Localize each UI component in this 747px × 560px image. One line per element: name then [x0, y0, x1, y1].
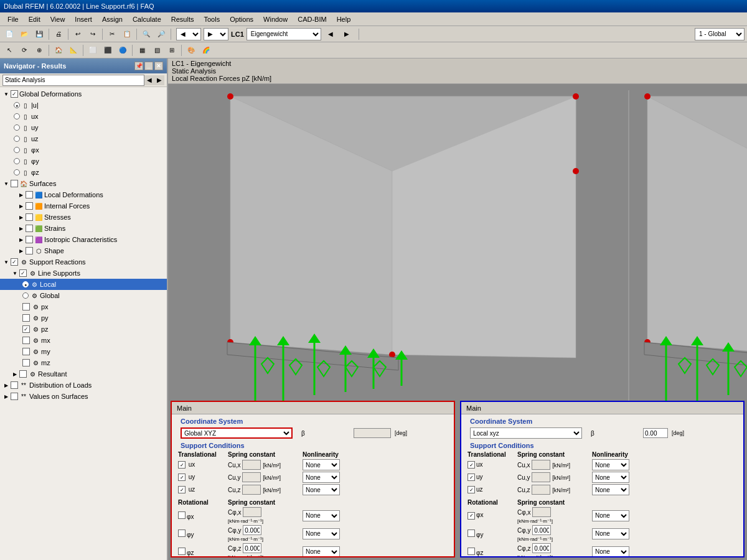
tree-pz[interactable]: ⚙ pz: [0, 324, 167, 335]
chk-ux-l[interactable]: [178, 461, 186, 469]
check-stresses[interactable]: [26, 213, 33, 221]
chk-phiy-r[interactable]: [467, 530, 475, 537]
panel-right-tab[interactable]: Main: [461, 402, 743, 414]
tree-dist-loads[interactable]: ▶ ** Distribution of Loads: [0, 380, 167, 391]
tree-resultant[interactable]: ▶ ⚙ Resultant: [0, 368, 167, 380]
r2-11[interactable]: ⊞: [165, 44, 179, 57]
chk-phiy-l[interactable]: [178, 530, 186, 537]
tree-line-supports[interactable]: ▼ ⚙ Line Supports: [0, 268, 167, 279]
lc-nav-prev[interactable]: ◀: [176, 28, 201, 40]
check-values-surfaces[interactable]: [11, 393, 18, 400]
expand-strains[interactable]: ▶: [17, 225, 25, 232]
sel-nonlin-ux-r[interactable]: None: [592, 459, 629, 470]
r2-4[interactable]: 🏠: [52, 44, 65, 57]
chk-uy-r[interactable]: [467, 474, 475, 481]
lc-nav-next[interactable]: ▶: [204, 28, 228, 40]
sel-nonlin-uz-r[interactable]: None: [592, 484, 629, 495]
expand-isotropic[interactable]: ▶: [17, 236, 25, 243]
lc-btn1[interactable]: ◀: [324, 27, 337, 41]
chk-phix-r[interactable]: [467, 512, 475, 520]
tree-mx[interactable]: ⚙ mx: [0, 335, 167, 346]
check-strains[interactable]: [26, 225, 33, 232]
menu-results[interactable]: Results: [166, 14, 199, 24]
sel-nonlin-uz-l[interactable]: None: [303, 484, 340, 495]
tree-internal-forces[interactable]: ▶ 🟧 Internal Forces: [0, 200, 167, 212]
tree-py[interactable]: ⚙ py: [0, 312, 167, 324]
view-dropdown[interactable]: 1 - Global: [695, 28, 745, 40]
input-cphiz-l[interactable]: [243, 543, 261, 553]
menu-options[interactable]: Options: [225, 14, 258, 24]
r2-8[interactable]: 🔵: [116, 44, 129, 57]
sel-nl-phiz-r[interactable]: None: [592, 546, 629, 558]
check-resultant[interactable]: [19, 370, 27, 378]
expand-values-surfaces[interactable]: ▶: [2, 393, 10, 400]
check-local-def[interactable]: [26, 191, 33, 198]
check-line-supports[interactable]: [19, 269, 27, 277]
sel-nl-phix-l[interactable]: None: [303, 510, 340, 521]
coord-sys-dropdown-right[interactable]: Local xyz: [470, 427, 582, 439]
sel-nonlin-uy-r[interactable]: None: [592, 472, 629, 483]
tb4[interactable]: ✂: [105, 27, 119, 41]
expand-dist-loads[interactable]: ▶: [2, 381, 10, 389]
tb5[interactable]: 📋: [120, 27, 134, 41]
check-py[interactable]: [22, 314, 30, 322]
menu-assign[interactable]: Assign: [97, 14, 128, 24]
radio-phiy[interactable]: [14, 158, 20, 164]
input-cuz-l[interactable]: [242, 485, 261, 495]
tree-surfaces[interactable]: ▼ 🏠 Surfaces: [0, 178, 167, 189]
r2-2[interactable]: ⟳: [17, 44, 31, 57]
check-pz[interactable]: [22, 325, 30, 333]
coord-sys-dropdown-left[interactable]: Global XYZ: [181, 427, 293, 439]
tree-mz[interactable]: ⚙ mz: [0, 357, 167, 368]
check-mz[interactable]: [22, 359, 30, 366]
undo-btn[interactable]: ↩: [71, 27, 85, 41]
tree-phiz[interactable]: ▯ φz: [0, 167, 167, 178]
radio-uy[interactable]: [14, 124, 20, 131]
r2-3[interactable]: ⊕: [32, 44, 46, 57]
check-global-def[interactable]: [11, 90, 18, 98]
expand-int-forces[interactable]: ▶: [17, 202, 25, 210]
tree-ux[interactable]: ▯ ux: [0, 111, 167, 122]
radio-phix[interactable]: [14, 147, 20, 153]
tree-global-deformations[interactable]: ▼ Global Deformations: [0, 88, 167, 100]
expand-local-def[interactable]: ▶: [17, 191, 25, 198]
input-cphiz-r[interactable]: [532, 543, 551, 553]
radio-uz[interactable]: [14, 136, 20, 142]
menu-insert[interactable]: Insert: [70, 14, 97, 24]
sel-nl-phiz-l[interactable]: None: [303, 546, 340, 558]
sel-nl-phiy-r[interactable]: None: [592, 528, 629, 539]
menu-tools[interactable]: Tools: [199, 14, 225, 24]
chk-uz-l[interactable]: [178, 486, 186, 493]
input-cuz-r[interactable]: [532, 485, 550, 495]
expand-support-reactions[interactable]: ▼: [2, 258, 10, 266]
r2-1[interactable]: ↖: [2, 44, 16, 57]
tree-shape[interactable]: ▶ ⬡ Shape: [0, 245, 167, 256]
menu-help[interactable]: Help: [332, 14, 356, 24]
check-mx[interactable]: [22, 337, 30, 344]
radio-local[interactable]: [22, 281, 29, 287]
menu-window[interactable]: Window: [258, 14, 293, 24]
new-btn[interactable]: 📄: [2, 27, 16, 41]
sel-nonlin-uy-l[interactable]: None: [303, 472, 340, 483]
check-surfaces[interactable]: [11, 180, 18, 187]
chk-ux-r[interactable]: [467, 461, 475, 469]
tree-global[interactable]: ⚙ Global: [0, 290, 167, 301]
radio-ux[interactable]: [14, 113, 20, 119]
tree-u-abs[interactable]: ▯ |u|: [0, 100, 167, 111]
input-cphiy-l[interactable]: [243, 525, 261, 535]
r2-9[interactable]: ▦: [135, 44, 149, 57]
tree-uz[interactable]: ▯ uz: [0, 133, 167, 144]
save-btn[interactable]: 💾: [32, 27, 46, 41]
menu-view[interactable]: View: [45, 14, 70, 24]
input-cuy-l[interactable]: [242, 472, 261, 482]
open-btn[interactable]: 📂: [17, 27, 31, 41]
beta-input-left[interactable]: [354, 428, 391, 438]
chk-uy-l[interactable]: [178, 474, 186, 481]
menu-cad-bim[interactable]: CAD-BIM: [293, 14, 331, 24]
tree-strains[interactable]: ▶ 🟩 Strains: [0, 223, 167, 234]
lc-btn2[interactable]: ▶: [340, 27, 354, 41]
sel-nl-phiy-l[interactable]: None: [303, 528, 340, 539]
r2-13[interactable]: 🌈: [199, 44, 213, 57]
tree-uy[interactable]: ▯ uy: [0, 122, 167, 133]
chk-uz-r[interactable]: [467, 486, 475, 493]
